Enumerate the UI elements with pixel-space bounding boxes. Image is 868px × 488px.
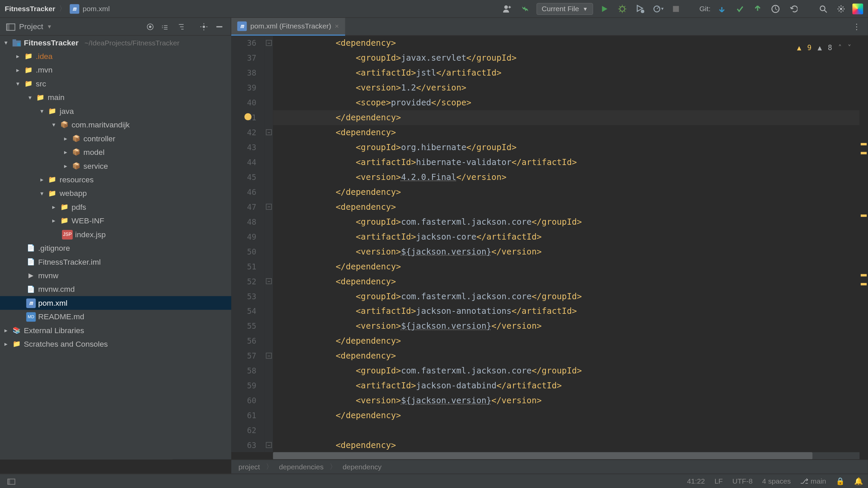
svg-rect-9 [6,23,9,30]
code-line[interactable]: <version>${jackson.version}</version> [273,244,868,259]
code-line[interactable]: <dependency> [273,125,868,140]
code-line[interactable]: </dependency> [273,259,868,274]
tree-item-pdfs[interactable]: ▸📁pdfs [0,200,231,214]
crumb-project[interactable]: project [238,463,260,471]
tree-item-extlib[interactable]: ▸📚External Libraries [0,324,231,337]
code-line[interactable]: <version>4.2.0.Final</version> [273,170,868,185]
editor-breadcrumb[interactable]: project 〉 dependencies 〉 dependency [231,459,868,473]
code-line[interactable]: <artifactId>jstl</artifactId> [273,65,868,80]
tree-item-resources[interactable]: ▸📁resources [0,173,231,186]
git-commit-icon[interactable] [733,2,746,15]
tree-item-main[interactable]: ▾📁main [0,90,231,104]
coverage-button[interactable] [634,2,647,15]
tree-item-readme[interactable]: MDREADME.md [0,310,231,323]
run-button[interactable] [598,2,611,15]
line-separator[interactable]: LF [714,477,723,485]
code-line[interactable]: <version>1.2</version> [273,80,868,95]
code-line[interactable]: <dependency> [273,348,868,363]
settings-icon[interactable] [834,2,848,15]
debug-button[interactable] [616,2,629,15]
code-line[interactable]: <artifactId>hibernate-validator</artifac… [273,155,868,170]
tree-item-webinf[interactable]: ▸📁WEB-INF [0,214,231,227]
tool-settings-icon[interactable] [197,20,211,33]
sync-icon[interactable] [518,2,532,15]
tree-item-idea[interactable]: ▸📁.idea [0,49,231,63]
crumb-dependency[interactable]: dependency [342,463,381,471]
tree-item-service[interactable]: ▸📦service [0,159,231,172]
editor[interactable]: 3637383940414243444546474849505152535455… [231,36,868,459]
git-pull-icon[interactable] [715,2,729,15]
tree-item-model[interactable]: ▸📦model [0,145,231,159]
git-rollback-icon[interactable] [787,2,800,15]
project-view-selector[interactable]: Project ▼ [0,22,58,31]
tree-item-pom[interactable]: mpom.xml [0,296,231,310]
profile-button[interactable]: ▾ [652,2,665,15]
code-line[interactable]: <version>${jackson.version}</version> [273,319,868,334]
tree-item-indexjsp[interactable]: JSPindex.jsp [0,228,231,241]
tree-item-mvnwcmd[interactable]: 📄mvnw.cmd [0,282,231,296]
code-line[interactable]: <groupId>com.fasterxml.jackson.core</gro… [273,215,868,229]
code-line[interactable]: <groupId>com.fasterxml.jackson.core</gro… [273,363,868,378]
code-line[interactable]: <artifactId>jackson-annotations</artifac… [273,304,868,319]
code-line[interactable]: <groupId>com.fasterxml.jackson.core</gro… [273,289,868,304]
code-line[interactable]: <dependency> [273,200,868,215]
collapse-all-icon[interactable] [175,20,188,33]
code-line[interactable]: </dependency> [273,408,868,423]
code-line[interactable]: <dependency> [273,274,868,289]
code-line[interactable]: <artifactId>jackson-databind</artifactId… [273,378,868,393]
git-push-icon[interactable] [751,2,764,15]
tree-item-controller[interactable]: ▸📦controller [0,132,231,145]
editor-tab-pom[interactable]: m pom.xml (FitnessTracker) × [231,18,345,36]
code-line[interactable]: <scope>provided</scope> [273,95,868,110]
tree-root[interactable]: ▾ FitnessTracker ~/IdeaProjects/FitnessT… [0,36,231,49]
search-icon[interactable] [816,2,830,15]
tool-windows-toggle-icon[interactable] [5,474,18,488]
git-branch[interactable]: ⎇ main [800,477,826,485]
fold-gutter[interactable]: −−−−−− [265,36,273,452]
svg-point-2 [641,9,645,13]
stop-button[interactable] [670,2,683,15]
caret-position[interactable]: 41:22 [687,477,705,485]
code-line[interactable]: </dependency> [273,185,868,200]
tree-item-mvnw[interactable]: ▶mvnw [0,269,231,282]
tree-item-package[interactable]: ▾📦com.maritvandijk [0,118,231,131]
tree-item-mvn[interactable]: ▸📁.mvn [0,63,231,77]
crumb-dependencies[interactable]: dependencies [279,463,323,471]
code-line[interactable]: <version>${jackson.version}</version> [273,393,868,408]
hide-tool-icon[interactable] [213,20,226,33]
code-line[interactable]: <artifactId>jackson-core</artifactId> [273,229,868,244]
tree-item-iml[interactable]: 📄FitnessTracker.iml [0,255,231,268]
code-line[interactable]: <dependency> [273,36,868,50]
module-icon [12,38,21,47]
code-line[interactable]: </dependency> [273,333,868,348]
tree-item-scratches[interactable]: ▸📁Scratches and Consoles [0,337,231,351]
code-line[interactable]: <groupId>javax.servlet</groupId> [273,50,868,65]
tree-item-gitignore[interactable]: 📄.gitignore [0,241,231,255]
intention-bulb-icon[interactable] [244,113,252,120]
tree-item-webapp[interactable]: ▾📁webapp [0,186,231,200]
tree-item-src[interactable]: ▾📁src [0,77,231,90]
close-tab-icon[interactable]: × [335,22,339,30]
ide-logo-icon[interactable] [852,3,863,14]
readonly-lock-icon[interactable]: 🔒 [836,477,845,485]
indent-config[interactable]: 4 spaces [762,477,791,485]
add-user-icon[interactable] [500,2,514,15]
code-line[interactable]: <dependency> [273,438,868,452]
project-tree[interactable]: ▾ FitnessTracker ~/IdeaProjects/FitnessT… [0,36,231,459]
horizontal-scrollbar[interactable] [273,452,860,459]
tree-item-java[interactable]: ▾📁java [0,104,231,118]
select-opened-file-icon[interactable] [144,20,157,33]
code-line[interactable]: </dependency> [273,110,868,125]
expand-all-icon[interactable] [159,20,172,33]
maven-file-icon: m [70,4,79,13]
breadcrumb-file[interactable]: pom.xml [83,4,110,13]
code-area[interactable]: ▲9 ▲8 ˄ ˅ <dependency> <groupId>javax.se… [273,36,868,452]
code-line[interactable]: <groupId>org.hibernate</groupId> [273,140,868,155]
run-configuration-selector[interactable]: Current File ▼ [536,3,593,15]
file-encoding[interactable]: UTF-8 [732,477,753,485]
notifications-icon[interactable]: 🔔 [854,477,863,485]
code-line[interactable] [273,423,868,438]
breadcrumb-project[interactable]: FitnessTracker [5,4,55,13]
git-history-icon[interactable] [769,2,782,15]
tab-list-icon[interactable]: ⋮ [850,20,863,33]
